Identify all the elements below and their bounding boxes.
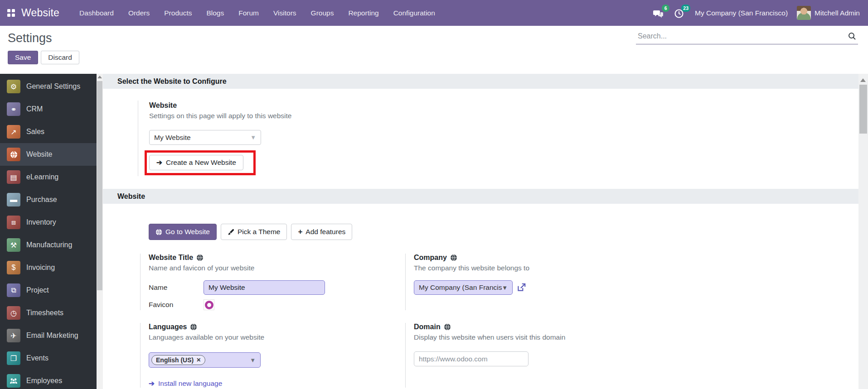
menu-dashboard[interactable]: Dashboard: [73, 5, 120, 21]
menu-orders[interactable]: Orders: [122, 5, 156, 21]
sidebar-item-employees[interactable]: Employees: [0, 370, 97, 389]
sidebar-scrollbar-thumb[interactable]: [97, 81, 102, 290]
language-tag[interactable]: English (US) ✕: [151, 355, 205, 365]
external-link-icon[interactable]: [516, 283, 526, 293]
website-name-input[interactable]: [204, 280, 325, 295]
top-navbar: Website Dashboard Orders Products Blogs …: [0, 0, 868, 26]
invoice-icon: $: [7, 261, 20, 274]
page-scrollbar-thumb[interactable]: [859, 85, 867, 134]
sidebar-item-inventory[interactable]: ⧈ Inventory: [0, 211, 97, 234]
chevron-down-icon: ▼: [250, 357, 256, 364]
languages-multiselect[interactable]: English (US) ✕ ▼: [149, 352, 261, 368]
website-title-label: Website Title: [149, 254, 405, 262]
company-box: Company The company this website belongs…: [405, 254, 670, 310]
menu-configuration[interactable]: Configuration: [387, 5, 441, 21]
install-new-language-link[interactable]: ➔ Install new language: [149, 379, 405, 388]
remove-tag-icon[interactable]: ✕: [196, 357, 201, 363]
save-button[interactable]: Save: [8, 51, 38, 64]
translate-globe-icon: [444, 323, 451, 331]
sidebar-item-general-settings[interactable]: ⚙ General Settings: [0, 75, 97, 98]
arrow-right-icon: ➔: [156, 158, 162, 167]
company-select[interactable]: My Company (San Francisc ▼: [414, 280, 513, 295]
sidebar-item-invoicing[interactable]: $ Invoicing: [0, 256, 97, 279]
menu-products[interactable]: Products: [158, 5, 198, 21]
handshake-icon: ⚭: [7, 102, 20, 116]
favicon-label: Favicon: [149, 301, 204, 309]
sidebar-scrollbar[interactable]: [97, 74, 103, 389]
sidebar-item-sales[interactable]: ↗ Sales: [0, 120, 97, 143]
puzzle-icon: ⧉: [7, 283, 20, 297]
app-brand[interactable]: Website: [21, 7, 59, 19]
website-title-box: Website Title Name and favicon of your w…: [140, 254, 405, 310]
paper-plane-icon: ✈: [7, 329, 20, 342]
main-menu: Dashboard Orders Products Blogs Forum Vi…: [73, 5, 441, 21]
user-menu[interactable]: Mitchell Admin: [797, 6, 860, 20]
annotation-highlight: ➔ Create a New Website: [145, 150, 256, 175]
settings-content: Select the Website to Configure Website …: [103, 74, 858, 389]
settings-sidebar: ⚙ General Settings ⚭ CRM ↗ Sales Website…: [0, 74, 97, 389]
settings-grid: Website Title Name and favicon of your w…: [140, 254, 858, 388]
sidebar-item-website[interactable]: Website: [0, 143, 97, 166]
sidebar-item-manufacturing[interactable]: ⚒ Manufacturing: [0, 234, 97, 256]
translate-globe-icon: [450, 254, 457, 261]
favicon-image[interactable]: [204, 299, 214, 310]
search-icon[interactable]: [848, 32, 856, 40]
sidebar-scroll-up-arrow[interactable]: [97, 76, 102, 78]
website-select[interactable]: My Website ▼: [149, 130, 261, 145]
languages-label: Languages: [149, 323, 405, 331]
website-box-desc: Settings on this page will apply to this…: [149, 112, 410, 120]
name-label: Name: [149, 283, 204, 292]
box-icon: ⧈: [7, 216, 20, 229]
apps-grid-icon[interactable]: [7, 9, 15, 17]
ticket-icon: ❐: [7, 351, 20, 365]
company-switcher[interactable]: My Company (San Francisco): [695, 9, 788, 17]
sidebar-item-purchase[interactable]: ▬ Purchase: [0, 188, 97, 211]
paintbrush-icon: [228, 229, 234, 235]
people-icon: [7, 374, 20, 388]
navbar-right: 6 23 My Company (San Francisco) Mitchell…: [653, 6, 860, 20]
page-scroll-up-arrow[interactable]: [860, 78, 866, 82]
menu-reporting[interactable]: Reporting: [342, 5, 385, 21]
menu-blogs[interactable]: Blogs: [200, 5, 230, 21]
sidebar-item-project[interactable]: ⧉ Project: [0, 279, 97, 302]
sidebar-item-timesheets[interactable]: ◷ Timesheets: [0, 302, 97, 324]
gear-icon: ⚙: [7, 80, 20, 93]
presentation-icon: ▤: [7, 170, 20, 184]
languages-box: Languages Languages available on your we…: [140, 323, 405, 388]
chevron-down-icon: ▼: [502, 284, 508, 291]
globe-icon: [155, 229, 162, 235]
domain-label: Domain: [414, 323, 670, 331]
activity-clock-icon[interactable]: 23: [674, 8, 686, 19]
domain-box: Domain Display this website when users v…: [405, 323, 670, 388]
section-website: Website: [103, 189, 858, 204]
domain-input[interactable]: [414, 351, 529, 366]
messages-icon[interactable]: 6: [653, 8, 665, 19]
go-to-website-button[interactable]: Go to Website: [149, 224, 217, 240]
messages-badge: 6: [662, 5, 669, 12]
user-name: Mitchell Admin: [815, 9, 860, 17]
sales-chart-icon: ↗: [7, 125, 20, 139]
avatar: [797, 6, 811, 20]
company-label: Company: [414, 254, 670, 262]
menu-visitors[interactable]: Visitors: [267, 5, 303, 21]
activity-badge: 23: [681, 5, 690, 12]
sidebar-item-email-marketing[interactable]: ✈ Email Marketing: [0, 324, 97, 347]
discard-button[interactable]: Discard: [41, 51, 79, 64]
search-input[interactable]: [638, 32, 848, 40]
website-box-label: Website: [149, 101, 410, 110]
create-new-website-button[interactable]: ➔ Create a New Website: [149, 155, 243, 170]
menu-groups[interactable]: Groups: [305, 5, 340, 21]
workspace: ⚙ General Settings ⚭ CRM ↗ Sales Website…: [0, 74, 868, 389]
sidebar-item-events[interactable]: ❐ Events: [0, 347, 97, 370]
menu-forum[interactable]: Forum: [232, 5, 265, 21]
page-scrollbar[interactable]: [858, 74, 868, 389]
arrow-right-icon: ➔: [149, 379, 155, 388]
sidebar-item-crm[interactable]: ⚭ CRM: [0, 98, 97, 120]
sidebar-item-elearning[interactable]: ▤ eLearning: [0, 166, 97, 188]
globe-icon: [7, 148, 20, 161]
translate-globe-icon: [196, 254, 204, 261]
search-box: [636, 29, 858, 44]
pick-a-theme-button[interactable]: Pick a Theme: [221, 224, 287, 240]
section-select-website: Select the Website to Configure: [103, 74, 858, 89]
add-features-button[interactable]: + Add features: [291, 224, 352, 240]
